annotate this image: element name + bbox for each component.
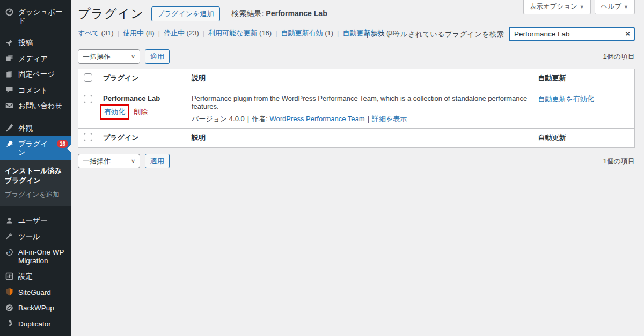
sidebar-item-duplicator[interactable]: Duplicator: [0, 316, 71, 332]
plugin-search-box: インストールされているプラグインを検索 ×: [364, 27, 635, 41]
sidebar-item-users[interactable]: ユーザー: [0, 213, 71, 229]
table-row: Performance Lab 有効化 削除 Performance plugi…: [78, 88, 635, 129]
chevron-down-icon: ▼: [624, 4, 628, 10]
delete-link[interactable]: 削除: [134, 107, 148, 117]
column-header-auto-update: 自動更新: [533, 69, 635, 88]
plugin-name: Performance Lab: [103, 94, 160, 102]
table-nav-bottom: 一括操作 ∨ 適用 1個の項目: [78, 154, 635, 168]
submenu-add-plugin[interactable]: プラグインを追加: [0, 188, 71, 202]
details-link[interactable]: 詳細を表示: [372, 115, 407, 123]
pin-icon: [5, 38, 14, 47]
brush-icon: [5, 124, 14, 132]
bulk-action-select-bottom[interactable]: 一括操作 ∨: [78, 154, 140, 168]
column-header-name: プラグイン: [98, 69, 186, 88]
settings-icon: [5, 272, 14, 280]
chevron-down-icon: ∨: [131, 53, 135, 60]
sidebar-item-tools[interactable]: ツール: [0, 229, 71, 245]
sidebar-item-backwpup[interactable]: BackWPup: [0, 300, 71, 316]
page-title: プラグイン: [78, 5, 144, 22]
add-plugin-button[interactable]: プラグインを追加: [151, 6, 220, 21]
mail-icon: [5, 101, 14, 110]
enable-auto-update-link[interactable]: 自動更新を有効化: [538, 95, 594, 103]
filter-all[interactable]: すべて (31): [78, 29, 114, 37]
filter-auto-update-enabled[interactable]: 自動更新有効 (1): [272, 29, 333, 37]
table-footer-row: プラグイン 説明 自動更新: [78, 129, 635, 148]
plugin-version: バージョン 4.0.0: [192, 115, 245, 123]
sidebar-item-settings[interactable]: 設定: [0, 268, 71, 285]
activate-link[interactable]: 有効化: [104, 108, 125, 116]
column-header-description: 説明: [186, 69, 533, 88]
bulk-action-select[interactable]: 一括操作 ∨: [78, 49, 140, 64]
screen-options-button[interactable]: 表示オプション▼: [523, 0, 591, 14]
sidebar-item-migration[interactable]: All-in-One WP Migration: [0, 244, 71, 268]
shield-icon: [5, 288, 14, 296]
annotation-red-box: 有効化: [100, 104, 129, 120]
table-nav-top: 一括操作 ∨ 適用 1個の項目: [78, 49, 635, 64]
column-footer-auto-update: 自動更新: [533, 129, 635, 148]
apply-button-bottom[interactable]: 適用: [145, 154, 170, 168]
plugin-meta: バージョン 4.0.0作者: WordPress Performance Tea…: [192, 114, 528, 124]
plugin-icon: [5, 139, 14, 148]
sidebar-item-plugins[interactable]: プラグイン 16: [0, 136, 71, 160]
plugins-update-badge: 16: [57, 140, 68, 148]
sidebar-item-contact[interactable]: お問い合わせ: [0, 98, 71, 114]
sidebar-item-posts[interactable]: 投稿: [0, 35, 71, 51]
admin-sidebar: ダッシュボード 投稿 メディア 固定ページ コメント お問い合わせ: [0, 0, 71, 336]
plugins-submenu: インストール済みプラグイン プラグインを追加: [0, 160, 71, 206]
main-content: 表示オプション▼ ヘルプ▼ プラグイン プラグインを追加 検索結果: Perfo…: [71, 0, 644, 336]
help-button[interactable]: ヘルプ▼: [595, 0, 635, 14]
sidebar-item-dashboard[interactable]: ダッシュボード: [0, 4, 71, 28]
screen-meta-tabs: 表示オプション▼ ヘルプ▼: [523, 0, 635, 14]
sidebar-item-appearance[interactable]: 外観: [0, 121, 71, 137]
plugin-search-input[interactable]: [509, 27, 635, 41]
row-actions: 有効化 削除: [103, 107, 181, 117]
author-prefix: 作者:: [252, 115, 268, 123]
items-count-bottom: 1個の項目: [603, 156, 635, 166]
pages-icon: [5, 70, 14, 78]
row-checkbox[interactable]: [84, 95, 92, 103]
submenu-installed-plugins[interactable]: インストール済みプラグイン: [0, 163, 71, 188]
filter-active[interactable]: 使用中 (8): [114, 29, 155, 37]
column-footer-description: 説明: [186, 129, 533, 148]
plugins-table: プラグイン 説明 自動更新 Performance Lab 有効化 削除 Per…: [78, 69, 635, 148]
sidebar-item-comments[interactable]: コメント: [0, 83, 71, 99]
chevron-down-icon: ▼: [580, 4, 584, 10]
search-label: インストールされているプラグインを検索: [364, 29, 504, 39]
dashboard-icon: [5, 8, 14, 16]
chevron-down-icon: ∨: [131, 158, 135, 165]
migration-icon: [5, 248, 14, 256]
apply-button[interactable]: 適用: [145, 49, 170, 64]
wrench-icon: [5, 232, 14, 241]
plugin-description: Performance plugin from the WordPress Pe…: [192, 94, 528, 110]
clear-search-icon[interactable]: ×: [625, 29, 630, 39]
items-count: 1個の項目: [603, 52, 635, 62]
filter-update-available[interactable]: 利用可能な更新 (16): [199, 29, 272, 37]
backwpup-icon: [5, 303, 14, 312]
sidebar-item-siteguard[interactable]: SiteGuard: [0, 285, 71, 301]
table-header-row: プラグイン 説明 自動更新: [78, 69, 635, 88]
comment-icon: [5, 86, 14, 94]
select-all-checkbox-bottom[interactable]: [84, 133, 92, 141]
author-link[interactable]: WordPress Performance Team: [269, 115, 364, 123]
user-icon: [5, 216, 14, 225]
media-icon: [5, 54, 14, 63]
duplicator-icon: [5, 319, 14, 328]
filter-inactive[interactable]: 停止中 (23): [155, 29, 199, 37]
column-footer-name: プラグイン: [98, 129, 186, 148]
sidebar-item-pages[interactable]: 固定ページ: [0, 66, 71, 83]
search-result-text: 検索結果: Performance Lab: [232, 9, 327, 19]
sidebar-item-media[interactable]: メディア: [0, 51, 71, 67]
select-all-checkbox[interactable]: [84, 73, 92, 82]
